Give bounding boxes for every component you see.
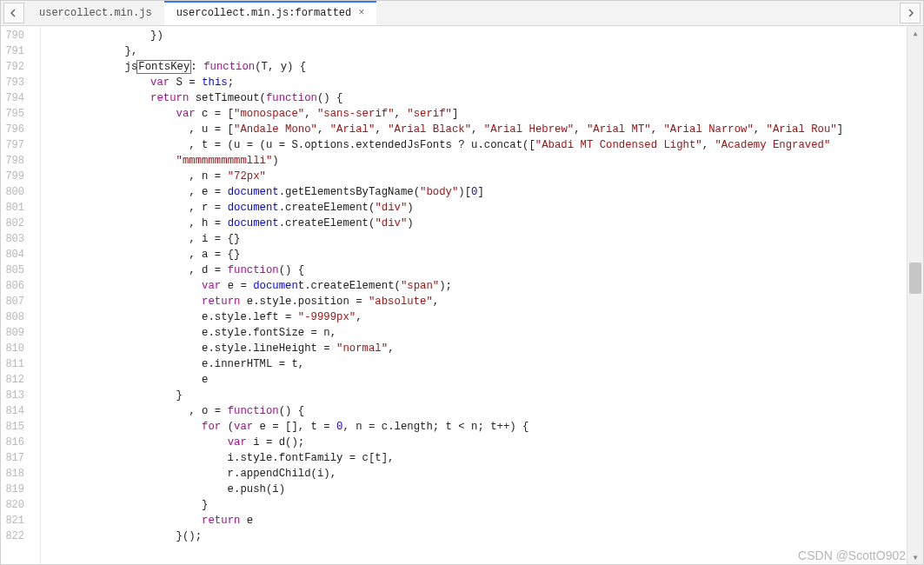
tab-label: usercollect.min.js [39, 7, 152, 19]
line-number-gutter: 790 791 792 793 794 795 796 797 798 799 … [1, 26, 41, 564]
tab-label: usercollect.min.js:formatted [176, 7, 352, 19]
tab-nav-left[interactable] [3, 3, 24, 23]
code-editor[interactable]: 790 791 792 793 794 795 796 797 798 799 … [1, 26, 923, 564]
scroll-up-icon[interactable]: ▴ [907, 26, 923, 40]
tab-nav-right[interactable] [900, 3, 921, 23]
scroll-down-icon[interactable]: ▾ [907, 550, 923, 564]
devtools-sources-panel: usercollect.min.js usercollect.min.js:fo… [0, 0, 924, 565]
source-tab-bar: usercollect.min.js usercollect.min.js:fo… [1, 1, 923, 26]
tab-usercollect-min-js-formatted[interactable]: usercollect.min.js:formatted × [164, 1, 377, 25]
vertical-scrollbar[interactable]: ▴ ▾ [907, 26, 923, 564]
code-content[interactable]: }) }, jsFontsKey: function(T, y) { var S… [41, 26, 907, 564]
close-icon[interactable]: × [358, 8, 364, 18]
scroll-thumb[interactable] [909, 263, 921, 294]
tab-usercollect-min-js[interactable]: usercollect.min.js [27, 1, 164, 25]
